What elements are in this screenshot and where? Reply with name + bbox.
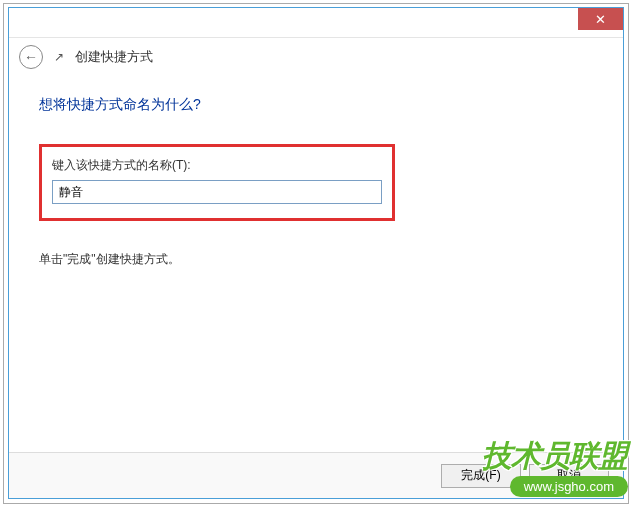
- close-button[interactable]: ✕: [578, 8, 623, 30]
- shortcut-name-input[interactable]: [52, 180, 382, 204]
- finish-button[interactable]: 完成(F): [441, 464, 521, 488]
- shortcut-icon: ↗: [51, 49, 67, 65]
- close-icon: ✕: [595, 12, 606, 27]
- highlight-annotation: 键入该快捷方式的名称(T):: [39, 144, 395, 221]
- wizard-content: 想将快捷方式命名为什么? 键入该快捷方式的名称(T): 单击"完成"创建快捷方式…: [9, 76, 623, 288]
- dialog-window: ✕ ← ↗ 创建快捷方式 想将快捷方式命名为什么? 键入该快捷方式的名称(T):…: [8, 7, 624, 499]
- shortcut-name-label: 键入该快捷方式的名称(T):: [52, 157, 382, 174]
- cancel-button[interactable]: 取消: [529, 464, 609, 488]
- back-arrow-icon: ←: [24, 49, 38, 65]
- instruction-text: 单击"完成"创建快捷方式。: [39, 251, 593, 268]
- wizard-title: 创建快捷方式: [75, 48, 153, 66]
- titlebar: ✕: [9, 8, 623, 38]
- wizard-header: ← ↗ 创建快捷方式: [9, 38, 623, 76]
- page-heading: 想将快捷方式命名为什么?: [39, 96, 593, 114]
- button-bar: 完成(F) 取消: [9, 452, 623, 498]
- back-button[interactable]: ←: [19, 45, 43, 69]
